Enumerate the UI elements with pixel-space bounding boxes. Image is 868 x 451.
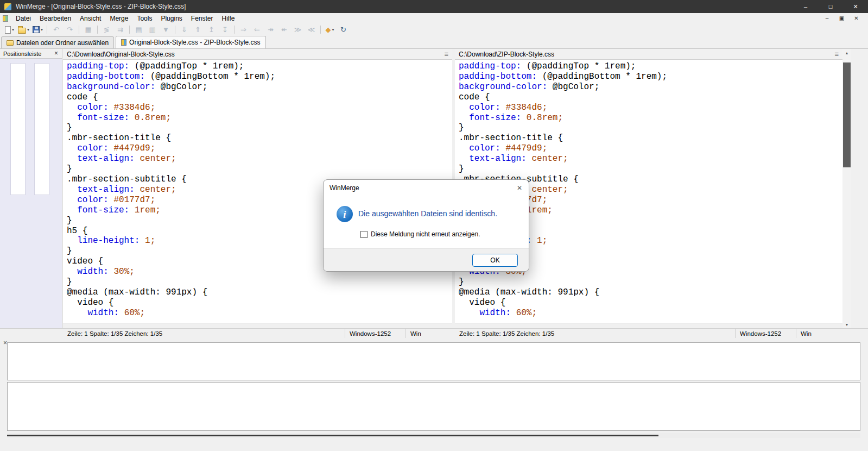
dialog-title: WinMerge (330, 184, 359, 192)
open-folder-icon (18, 28, 26, 34)
copy-all-left-button[interactable]: ≪ (305, 24, 318, 35)
left-status-bar: Zeile: 1 Spalte: 1/35 Zeichen: 1/35 Wind… (63, 329, 452, 338)
code-line: } (67, 277, 452, 287)
copy-right-button[interactable]: ⇒ (237, 24, 250, 35)
ok-button[interactable]: OK (472, 254, 518, 267)
toolbar-separator (320, 26, 321, 34)
right-pane-header: C:\Download\ZIP-Block-Style.css ≡ (455, 49, 842, 60)
open-button[interactable]: ▾ (16, 24, 31, 35)
report-button[interactable]: ▦ (81, 24, 95, 35)
first-difference-button[interactable]: ↥ (205, 24, 218, 35)
copy-all-right-button[interactable]: ≫ (291, 24, 305, 35)
vertical-scrollbar[interactable]: ▲ ▼ (842, 49, 851, 328)
code-line: code { (459, 92, 842, 103)
last-difference-button[interactable]: ↧ (218, 24, 232, 35)
vertical-scrollbar-thumb[interactable] (843, 62, 851, 167)
new-button[interactable]: ▾ (3, 24, 16, 35)
left-pane-menu-button[interactable]: ≡ (444, 50, 448, 58)
auto-merge-button[interactable]: ⇉ (113, 24, 127, 35)
difference-hscrollbar-thumb[interactable] (7, 435, 658, 436)
code-line: } (459, 123, 842, 133)
left-pane-hscrollbar[interactable] (63, 323, 452, 328)
code-token: } (459, 277, 464, 287)
identical-files-dialog: WinMerge ✕ i Die ausgewählten Dateien si… (323, 179, 529, 272)
menu-item-hilfe[interactable]: Hilfe (218, 13, 239, 23)
select-line-diff-button[interactable]: ≶ (100, 24, 113, 35)
copy-left-button[interactable]: ⇐ (250, 24, 264, 35)
code-line: color: #3384d6; (67, 103, 452, 113)
dropdown-caret-icon: ▾ (41, 27, 43, 32)
menu-item-bearbeiten[interactable]: Bearbeiten (35, 13, 75, 23)
menu-item-datei[interactable]: Datei (11, 13, 35, 23)
scroll-down-icon[interactable]: ▼ (842, 321, 851, 328)
code-token: 30%; (113, 267, 134, 277)
auto-merge-icon: ⇉ (117, 26, 123, 33)
window-maximize-button[interactable]: □ (818, 0, 843, 13)
dont-show-again-label: Diese Meldung nicht erneut anzeigen. (371, 230, 480, 238)
mdi-minimize-button[interactable]: – (820, 14, 834, 23)
code-token: #0177d7; (113, 195, 155, 205)
menu-item-fenster[interactable]: Fenster (187, 13, 218, 23)
copy-right-advance-button[interactable]: ↠ (264, 24, 277, 35)
plugins-button[interactable]: ◆▾ (323, 24, 337, 35)
dont-show-again-checkbox[interactable] (360, 231, 368, 238)
info-icon-letter: i (343, 209, 346, 220)
show-identical-button[interactable]: ▤ (132, 24, 145, 35)
dialog-message: Die ausgewählten Dateien sind identisch. (358, 209, 497, 218)
code-line: padding-bottom: (@paddingBottom * 1rem); (67, 72, 452, 82)
code-token (67, 113, 77, 123)
dialog-close-button[interactable]: ✕ (510, 180, 529, 196)
mdi-close-button[interactable]: ✕ (849, 14, 864, 23)
code-token: } (67, 123, 72, 133)
save-button[interactable]: ▾ (31, 24, 45, 35)
reload-plugins-button[interactable]: ↻ (337, 24, 350, 35)
mdi-restore-button[interactable]: ▣ (834, 14, 849, 23)
left-status-eol: Win (406, 329, 452, 338)
location-pane-header: Positionsleiste × (0, 49, 62, 59)
code-token (459, 154, 469, 164)
code-token (459, 103, 469, 112)
code-token (67, 308, 87, 318)
code-line: @media (max-width: 991px) { (67, 287, 452, 298)
undo-button[interactable]: ↶ (49, 24, 63, 35)
show-different-button[interactable]: ▥ (145, 24, 159, 35)
code-token: color: (77, 143, 109, 153)
code-token (67, 236, 77, 246)
right-pane-hscrollbar[interactable] (455, 323, 842, 328)
window-close-button[interactable]: ✕ (843, 0, 868, 13)
tab-folder-select[interactable]: Dateien oder Ordner auswählen (1, 36, 114, 48)
location-map-right[interactable] (34, 63, 49, 195)
location-map-left[interactable] (10, 63, 26, 195)
code-token: (@paddingTop * 1rem); (521, 61, 636, 71)
copy-right-advance-arrow-icon: ↠ (268, 26, 274, 33)
code-token: (@paddingBottom * 1rem); (537, 72, 667, 82)
prev-difference-button[interactable]: ⇑ (191, 24, 205, 35)
winmerge-window: WinMerge - [Original-Block-Style.css - Z… (0, 0, 868, 451)
menu-item-merge[interactable]: Merge (105, 13, 132, 23)
menu-item-plugins[interactable]: Plugins (156, 13, 186, 23)
toolbar-separator (47, 26, 47, 34)
code-token: center; (531, 185, 568, 195)
menu-item-tools[interactable]: Tools (132, 13, 156, 23)
difference-right-content (7, 382, 860, 431)
code-token: @bgColor; (547, 82, 599, 92)
location-pane-close-icon[interactable]: × (53, 50, 60, 57)
redo-button[interactable]: ↷ (63, 24, 77, 35)
scroll-up-icon[interactable]: ▲ (842, 49, 851, 57)
code-token: text-align: (77, 154, 135, 164)
tab-file-compare[interactable]: Original-Block-Style.css - ZIP-Block-Sty… (116, 36, 265, 48)
location-pane-body[interactable] (0, 59, 62, 328)
menu-item-ansicht[interactable]: Ansicht (75, 13, 105, 23)
code-token: font-size: (77, 205, 129, 215)
copy-left-advance-button[interactable]: ↞ (277, 24, 291, 35)
right-pane-menu-button[interactable]: ≡ (834, 50, 839, 58)
window-minimize-button[interactable]: – (793, 0, 818, 13)
filter-button[interactable]: ▼ (159, 24, 173, 35)
code-token: background-color: (67, 82, 155, 92)
code-token: center; (531, 154, 568, 164)
code-token (67, 195, 77, 205)
code-token: @media (max-width: 991px) { (459, 287, 599, 297)
next-difference-button[interactable]: ⇓ (178, 24, 191, 35)
difference-hscrollbar[interactable] (7, 433, 860, 438)
code-line: } (459, 164, 842, 174)
